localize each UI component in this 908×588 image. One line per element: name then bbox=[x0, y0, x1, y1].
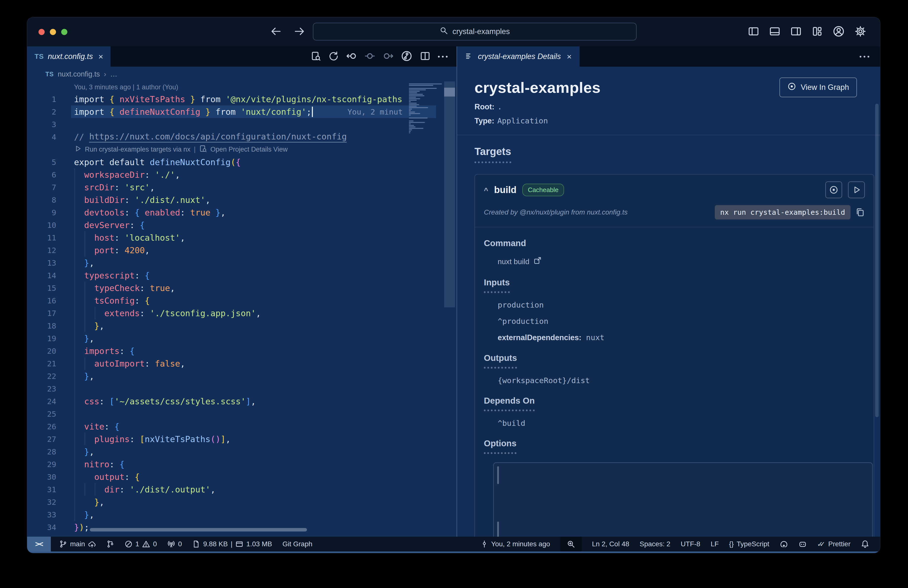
code-line[interactable]: 19 }, bbox=[27, 332, 456, 345]
code-line[interactable]: 27 plugins: [nxViteTsPaths()], bbox=[27, 433, 456, 445]
zoom-item[interactable] bbox=[560, 536, 581, 551]
run-target-button[interactable] bbox=[848, 181, 865, 198]
close-window-button[interactable] bbox=[39, 29, 45, 35]
code-line[interactable]: 23 bbox=[27, 382, 456, 395]
discard-changes-icon[interactable] bbox=[328, 51, 339, 62]
open-preview-icon[interactable] bbox=[311, 51, 321, 62]
git-pipeline-item[interactable] bbox=[106, 540, 114, 548]
code-line[interactable]: 24 css: ['~/assets/css/styles.scss'], bbox=[27, 395, 456, 408]
forward-icon[interactable] bbox=[294, 26, 305, 38]
settings-gear-icon[interactable] bbox=[855, 26, 866, 38]
line-number[interactable]: 3 bbox=[27, 120, 56, 129]
code-line[interactable]: 30 output: { bbox=[27, 470, 456, 483]
code-line[interactable]: 18 }, bbox=[27, 319, 456, 332]
current-change-icon[interactable] bbox=[364, 51, 375, 63]
toggle-secondary-sidebar-icon[interactable] bbox=[790, 26, 802, 38]
code-line[interactable]: 6 workspaceDir: './', bbox=[27, 168, 456, 181]
prettier-item[interactable]: ✓✓ Prettier bbox=[817, 540, 850, 548]
commit-graph-icon[interactable] bbox=[401, 50, 412, 63]
line-number[interactable]: 21 bbox=[27, 359, 56, 368]
back-icon[interactable] bbox=[270, 26, 282, 38]
codelens-open-link[interactable]: Open Project Details View bbox=[211, 146, 288, 153]
code-line[interactable]: 14 typescript: { bbox=[27, 269, 456, 282]
editor-vertical-scrollbar[interactable] bbox=[444, 81, 455, 307]
line-number[interactable]: 24 bbox=[27, 397, 56, 406]
line-number[interactable]: 30 bbox=[27, 472, 56, 482]
code-line[interactable]: 15 typeCheck: true, bbox=[27, 282, 456, 294]
code-editor[interactable]: You, 3 minutes ago | 1 author (You) 1imp… bbox=[27, 81, 456, 536]
code-line[interactable]: 13 }, bbox=[27, 256, 456, 269]
code-line[interactable]: 16 tsConfig: { bbox=[27, 294, 456, 307]
line-number[interactable]: 6 bbox=[27, 170, 56, 179]
line-number[interactable]: 17 bbox=[27, 309, 56, 318]
split-editor-icon[interactable] bbox=[420, 51, 431, 63]
previous-change-icon[interactable] bbox=[346, 51, 357, 63]
command-center-search[interactable]: crystal-examples bbox=[313, 23, 637, 40]
cursor-position-item[interactable]: Ln 2, Col 48 bbox=[592, 540, 629, 548]
code-line[interactable]: 34}); bbox=[27, 521, 456, 533]
editor-horizontal-scrollbar[interactable] bbox=[90, 528, 307, 532]
view-in-graph-button[interactable]: View In Graph bbox=[779, 77, 857, 97]
gitlens-item[interactable] bbox=[780, 540, 788, 548]
git-graph-item[interactable]: Git Graph bbox=[283, 540, 312, 548]
code-line[interactable]: 4// https://nuxt.com/docs/api/configurat… bbox=[27, 130, 456, 143]
line-number[interactable]: 26 bbox=[27, 422, 56, 431]
line-number[interactable]: 16 bbox=[27, 296, 56, 305]
code-line[interactable]: 2import { defineNuxtConfig } from 'nuxt/… bbox=[27, 105, 456, 118]
code-line[interactable]: 29 nitro: { bbox=[27, 458, 456, 470]
minimap[interactable] bbox=[409, 84, 443, 134]
code-line[interactable]: 25 bbox=[27, 408, 456, 420]
line-number[interactable]: 5 bbox=[27, 158, 56, 167]
line-number[interactable]: 23 bbox=[27, 384, 56, 393]
external-link-icon[interactable] bbox=[533, 256, 542, 267]
more-editor-actions-icon[interactable] bbox=[438, 56, 448, 58]
code-line[interactable]: 12 port: 4200, bbox=[27, 244, 456, 256]
line-number[interactable]: 32 bbox=[27, 498, 56, 507]
line-number[interactable]: 28 bbox=[27, 447, 56, 456]
panel-vertical-scrollbar[interactable] bbox=[875, 104, 879, 417]
line-number[interactable]: 9 bbox=[27, 208, 56, 217]
notifications-item[interactable] bbox=[861, 540, 869, 548]
toggle-panel-icon[interactable] bbox=[769, 26, 781, 38]
run-target-play-icon[interactable] bbox=[74, 145, 81, 154]
line-number[interactable]: 31 bbox=[27, 485, 56, 494]
code-line[interactable]: 9 devtools: { enabled: true }, bbox=[27, 206, 456, 219]
minimize-window-button[interactable] bbox=[50, 29, 56, 35]
line-number[interactable]: 33 bbox=[27, 510, 56, 519]
view-target-button[interactable] bbox=[825, 181, 842, 198]
remote-indicator[interactable]: >< bbox=[27, 536, 51, 551]
eol-item[interactable]: LF bbox=[711, 540, 719, 548]
breadcrumb-symbol[interactable]: … bbox=[110, 70, 118, 78]
line-number[interactable]: 10 bbox=[27, 221, 56, 230]
account-icon[interactable] bbox=[833, 26, 845, 38]
line-number[interactable]: 19 bbox=[27, 334, 56, 343]
code-line[interactable]: 32 }, bbox=[27, 496, 456, 508]
language-item[interactable]: {} TypeScript bbox=[729, 540, 770, 548]
line-number[interactable]: 15 bbox=[27, 284, 56, 293]
code-line[interactable]: 11 host: 'localhost', bbox=[27, 231, 456, 244]
run-command-chip[interactable]: nx run crystal-examples:build bbox=[715, 205, 850, 219]
tab-project-details[interactable]: crystal-examples Details × bbox=[457, 47, 580, 67]
line-number[interactable]: 8 bbox=[27, 195, 56, 205]
copy-icon[interactable] bbox=[855, 208, 865, 217]
line-number[interactable]: 1 bbox=[27, 95, 56, 104]
line-number[interactable]: 34 bbox=[27, 523, 56, 532]
close-tab-icon[interactable]: × bbox=[98, 52, 103, 61]
code-line[interactable]: 20 imports: { bbox=[27, 345, 456, 357]
collapse-chevron-icon[interactable]: ^ bbox=[484, 186, 488, 195]
next-change-icon[interactable] bbox=[383, 51, 394, 63]
code-line[interactable]: 28 }, bbox=[27, 445, 456, 458]
copilot-item[interactable] bbox=[799, 540, 807, 548]
code-line[interactable]: 5export default defineNuxtConfig({ bbox=[27, 156, 456, 168]
indentation-item[interactable]: Spaces: 2 bbox=[639, 540, 670, 548]
code-line[interactable]: 33 }, bbox=[27, 508, 456, 521]
line-number[interactable]: 12 bbox=[27, 246, 56, 255]
line-number[interactable]: 11 bbox=[27, 233, 56, 242]
git-branch-item[interactable]: main bbox=[59, 540, 96, 548]
maximize-window-button[interactable] bbox=[61, 29, 68, 35]
line-number[interactable]: 29 bbox=[27, 460, 56, 469]
code-line[interactable]: 1import { nxViteTsPaths } from '@nx/vite… bbox=[27, 93, 456, 105]
line-number[interactable]: 14 bbox=[27, 271, 56, 280]
options-code-block[interactable]: { "cwd": "."} bbox=[493, 462, 873, 536]
tab-nuxt-config[interactable]: TS nuxt.config.ts × bbox=[27, 47, 111, 67]
